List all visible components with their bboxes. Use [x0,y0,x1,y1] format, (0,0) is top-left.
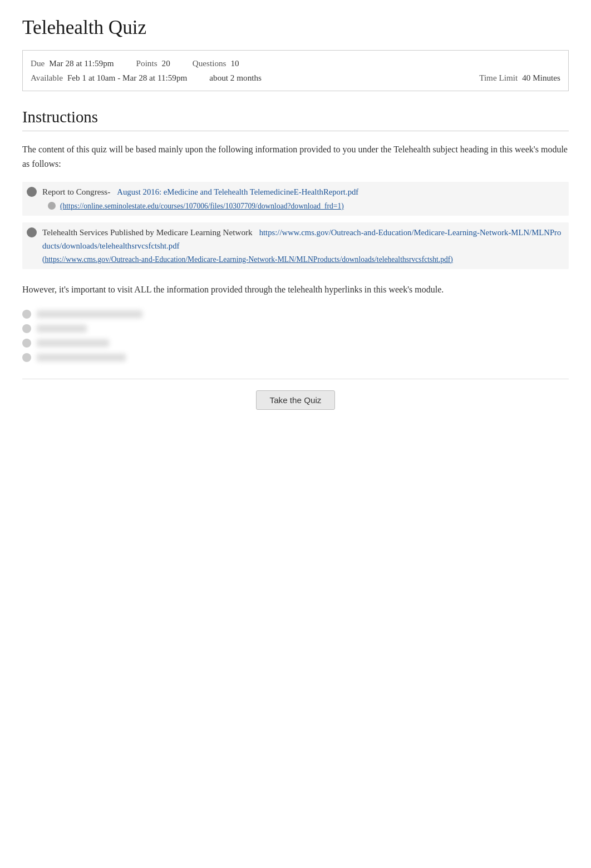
resource-label-1: Report to Congress- [42,187,110,196]
resource-label-2: Telehealth Services Published by Medicar… [42,227,253,237]
blurred-text [37,339,109,347]
resource-content-2: Telehealth Services Published by Medicar… [42,226,564,266]
points-value: 20 [162,58,170,68]
resources-list: Report to Congress- August 2016: eMedici… [22,182,569,269]
info-row-1: Due Mar 28 at 11:59pm Points 20 Question… [31,56,560,71]
list-item: Telehealth Services Published by Medicar… [22,222,569,269]
blurred-list [22,310,569,362]
sub-bullet-icon-1 [48,202,56,210]
questions-value: 10 [231,58,239,68]
info-row-2: Available Feb 1 at 10am - Mar 28 at 11:5… [31,71,560,85]
points-cell: Points 20 [136,58,170,68]
start-quiz-area: Take the Quiz [22,379,569,410]
questions-cell: Questions 10 [193,58,239,68]
list-item: Report to Congress- August 2016: eMedici… [22,182,569,215]
page-title: Telehealth Quiz [22,17,569,39]
outro-paragraph: However, it's important to visit ALL the… [22,282,569,297]
blurred-list-item [22,324,569,333]
quiz-info-box: Due Mar 28 at 11:59pm Points 20 Question… [22,50,569,91]
resource-url-2[interactable]: (https://www.cms.gov/Outreach-and-Educat… [42,255,453,264]
intro-paragraph: The content of this quiz will be based m… [22,142,569,171]
available-cell: Available Feb 1 at 10am - Mar 28 at 11:5… [31,73,187,83]
blurred-bullet [22,324,31,333]
duration-cell: about 2 months [209,73,262,83]
blurred-text [37,310,142,318]
resource-content-1: Report to Congress- August 2016: eMedici… [42,185,564,212]
resource-url-1[interactable]: (https://online.seminolestate.edu/course… [60,201,344,212]
blurred-list-item [22,353,569,362]
due-value: Mar 28 at 11:59pm [49,58,114,68]
points-label: Points [136,58,157,68]
time-limit-label: Time Limit [479,73,518,83]
sub-item-1: (https://online.seminolestate.edu/course… [42,201,564,212]
blurred-text [37,354,126,361]
bullet-icon-2 [27,227,37,237]
duration-value: about 2 months [209,73,262,83]
time-limit-cell: Time Limit 40 Minutes [479,73,560,83]
blurred-bullet [22,310,31,319]
blurred-text [37,325,87,333]
start-quiz-button[interactable]: Take the Quiz [256,390,336,410]
blurred-list-item [22,310,569,319]
instructions-title: Instructions [22,108,569,131]
blurred-bullet [22,339,31,348]
resource-link-1[interactable]: August 2016: eMedicine and Telehealth Te… [117,187,358,196]
blurred-list-item [22,339,569,348]
available-value: Feb 1 at 10am - Mar 28 at 11:59pm [67,73,187,83]
available-label: Available [31,73,63,83]
questions-label: Questions [193,58,226,68]
time-limit-value: 40 Minutes [522,73,560,83]
due-cell: Due Mar 28 at 11:59pm [31,58,114,68]
due-label: Due [31,58,45,68]
bullet-icon [27,187,37,197]
blurred-bullet [22,353,31,362]
